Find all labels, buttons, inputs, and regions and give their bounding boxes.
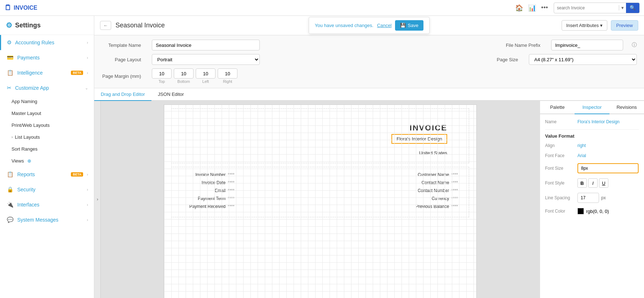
font-color-value: rgb(0, 0, 0): [586, 209, 609, 214]
sidebar-header: ⚙ Settings: [0, 16, 94, 35]
right-panel-tabs: Palette Inspector Revisions: [540, 101, 644, 114]
sidebar-item-security[interactable]: 🔒 Security ›: [0, 182, 94, 197]
tab-json-editor[interactable]: JSON Editor: [151, 88, 190, 101]
field-name-email: Email: [182, 188, 226, 193]
file-prefix-input[interactable]: [551, 40, 623, 50]
save-button[interactable]: 💾 Save: [395, 20, 423, 31]
sub-item-master-layout[interactable]: Master Layout: [12, 107, 94, 119]
add-view-icon[interactable]: ⊕: [27, 158, 31, 164]
sidebar-item-customize-app[interactable]: ✂ Customize App ⌄: [0, 80, 94, 95]
margins-row: Top Bottom Left Right: [152, 68, 237, 84]
field-name-previous-balance: Previous Balance: [406, 204, 449, 209]
invoice-fields-section: Invoice Number **** Customer Name **** I…: [171, 167, 469, 217]
sidebar-item-label: Customize App: [15, 85, 81, 91]
field-pair-right-3: Contact Number ****: [406, 188, 458, 193]
color-swatch[interactable]: [577, 208, 584, 214]
invoice-field-row-1: Invoice Number **** Customer Name ****: [182, 172, 458, 177]
search-dropdown-btn[interactable]: ▾: [619, 5, 626, 10]
page-layout-select[interactable]: Portrait: [152, 54, 260, 65]
sub-item-list-layouts[interactable]: › List Layouts: [12, 131, 94, 143]
field-pair-left-1: Invoice Number ****: [182, 172, 235, 177]
px-label: px: [601, 195, 606, 200]
field-value-payment-term: ****: [228, 196, 235, 201]
sub-item-sort-ranges[interactable]: Sort Ranges: [12, 143, 94, 155]
info-icon[interactable]: ⓘ: [632, 42, 637, 48]
preview-button[interactable]: Preview: [611, 20, 638, 31]
line-spacing-row: px: [577, 193, 606, 203]
invoice-field-row-5: Payment Received **** Previous Balance *…: [182, 204, 458, 209]
settings-row-1: Template Name File Name Prefix ⓘ: [101, 40, 637, 50]
company-name-box[interactable]: Flora's Interior Design: [391, 134, 447, 144]
sub-item-label: Sort Ranges: [12, 146, 37, 152]
sidebar: ⚙ Settings ⚙ Accounting Rules › 💳 Paymen…: [0, 16, 94, 298]
home-icon[interactable]: 🏠: [515, 4, 523, 12]
italic-button[interactable]: I: [588, 178, 598, 188]
template-name-input[interactable]: [152, 40, 260, 50]
template-name-label: Template Name: [101, 43, 145, 48]
tab-palette[interactable]: Palette: [540, 101, 575, 114]
margin-left-input[interactable]: [196, 68, 216, 79]
field-name-invoice-number: Invoice Number: [182, 172, 226, 177]
back-button[interactable]: ←: [100, 21, 111, 30]
page-title: Seasonal Invoice: [115, 22, 165, 29]
page-size-select[interactable]: A4 (8.27" x 11.69"): [529, 54, 637, 65]
underline-button[interactable]: U: [599, 178, 608, 188]
sub-item-label: List Layouts: [15, 134, 40, 140]
field-pair-left-2: Invoice Date ****: [182, 180, 235, 185]
save-label: Save: [408, 23, 418, 28]
sub-item-print-web-layouts[interactable]: Print/Web Layouts: [12, 119, 94, 131]
logo-icon: 🗒: [4, 4, 12, 12]
settings-row-3: Page Margin (mm) Top Bottom Left: [101, 68, 637, 84]
sidebar-item-intelligence[interactable]: 📋 Intelligence BETA ›: [0, 65, 94, 80]
more-icon[interactable]: •••: [541, 4, 548, 12]
margin-top-group: Top: [152, 68, 172, 84]
arrow-icon: ›: [87, 172, 88, 177]
font-style-label: Font Style: [545, 181, 577, 186]
expand-arrow-icon: ›: [12, 135, 13, 139]
inspector-name-field: Name Flora's Interior Design: [545, 119, 639, 124]
field-name-payment-received: Payment Received: [182, 204, 226, 209]
right-section-2: Page Size A4 (8.27" x 11.69"): [479, 54, 637, 65]
nav-icons: 🏠 📊 •••: [515, 4, 548, 12]
tab-drag-drop[interactable]: Drag and Drop Editor: [94, 88, 151, 101]
insert-attributes-button[interactable]: Insert Attributes ▾: [562, 20, 607, 31]
unsaved-text: You have unsaved changes.: [315, 23, 373, 28]
inspector-line-spacing-field: Line Spacing px: [545, 193, 639, 203]
sub-item-label: Print/Web Layouts: [12, 123, 50, 128]
font-size-label: Font Size: [545, 166, 577, 171]
tab-inspector[interactable]: Inspector: [575, 101, 609, 114]
top-nav: 🗒 INVOICE 🏠 📊 ••• ▾ 🔍: [0, 0, 644, 16]
sidebar-item-reports[interactable]: 📋 Reports BETA ›: [0, 167, 94, 182]
line-spacing-input[interactable]: [577, 193, 599, 203]
sub-item-label: Master Layout: [12, 111, 41, 116]
sub-item-app-naming[interactable]: App Naming: [12, 95, 94, 107]
collapse-sidebar-button[interactable]: ‹: [94, 101, 101, 298]
chart-icon[interactable]: 📊: [528, 4, 536, 12]
field-value-invoice-date: ****: [228, 180, 235, 185]
sidebar-item-payments[interactable]: 💳 Payments ›: [0, 50, 94, 65]
search-input[interactable]: [554, 5, 619, 10]
sub-item-views[interactable]: Views ⊕: [12, 155, 94, 167]
search-submit-btn[interactable]: 🔍: [626, 3, 639, 13]
margin-top-label: Top: [159, 79, 165, 84]
bold-button[interactable]: B: [577, 178, 587, 188]
font-size-input[interactable]: [577, 163, 639, 173]
invoice-header: INVOICE Flora's Interior Design: [182, 116, 458, 147]
header-actions: Insert Attributes ▾ Preview: [562, 20, 638, 31]
cancel-link[interactable]: Cancel: [377, 23, 391, 28]
margin-right-group: Right: [218, 68, 237, 84]
tab-revisions[interactable]: Revisions: [609, 101, 644, 114]
margin-top-input[interactable]: [152, 68, 172, 79]
margin-left-group: Left: [196, 68, 216, 84]
field-value-previous-balance: ****: [451, 204, 458, 209]
sidebar-item-interfaces[interactable]: 🔌 Interfaces ›: [0, 197, 94, 212]
canvas-area[interactable]: INVOICE Flora's Interior Design United S…: [101, 101, 540, 298]
margin-bottom-input[interactable]: [174, 68, 194, 79]
margin-right-input[interactable]: [218, 68, 237, 79]
sidebar-item-system-messages[interactable]: 💬 System Messages ›: [0, 212, 94, 227]
field-name-contact-name: Contact Name: [406, 180, 449, 185]
font-face-value: Arial: [577, 153, 586, 158]
sidebar-item-accounting-rules[interactable]: ⚙ Accounting Rules ›: [0, 35, 94, 50]
editor-tabs: Drag and Drop Editor JSON Editor: [94, 88, 644, 101]
sidebar-item-label: Accounting Rules: [15, 40, 83, 45]
